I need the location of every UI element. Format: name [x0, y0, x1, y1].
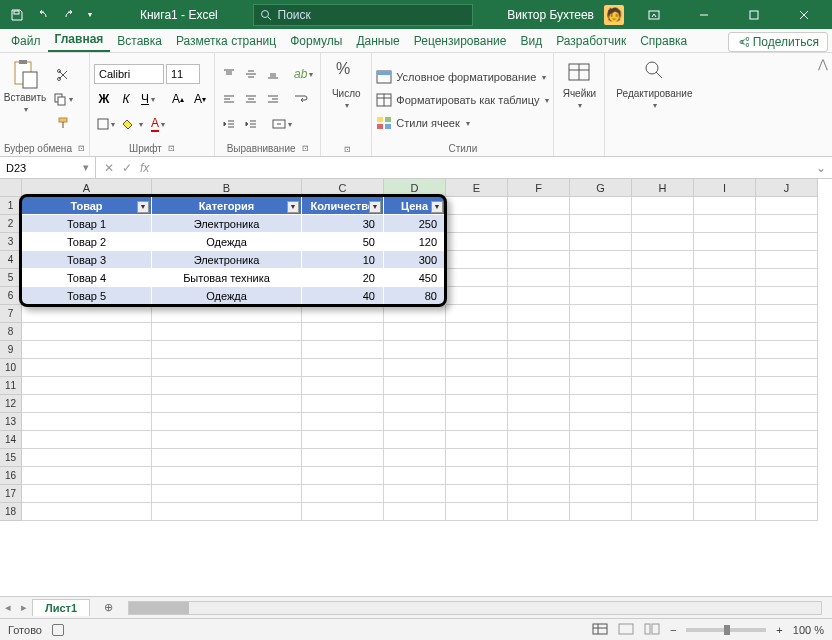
row-header[interactable]: 2 — [0, 215, 22, 233]
format-painter-button[interactable] — [50, 113, 76, 133]
cell[interactable] — [384, 449, 446, 467]
align-middle-button[interactable] — [241, 64, 261, 84]
cell[interactable] — [152, 503, 302, 521]
cell[interactable] — [302, 467, 384, 485]
cell[interactable] — [694, 197, 756, 215]
cell[interactable] — [756, 197, 818, 215]
cell[interactable] — [508, 431, 570, 449]
cell[interactable] — [384, 413, 446, 431]
row-header[interactable]: 13 — [0, 413, 22, 431]
row-header[interactable]: 14 — [0, 431, 22, 449]
maximize-icon[interactable] — [734, 1, 774, 29]
table-cell[interactable]: Товар 1 — [22, 215, 152, 233]
cell[interactable] — [694, 233, 756, 251]
cell[interactable] — [152, 413, 302, 431]
cell[interactable] — [756, 377, 818, 395]
cell[interactable] — [570, 449, 632, 467]
cell[interactable] — [570, 395, 632, 413]
cell[interactable] — [570, 305, 632, 323]
cell[interactable] — [756, 287, 818, 305]
cell[interactable] — [632, 323, 694, 341]
font-name-input[interactable] — [94, 64, 164, 84]
row-header[interactable]: 1 — [0, 197, 22, 215]
cell[interactable] — [508, 503, 570, 521]
cell[interactable] — [508, 251, 570, 269]
cell[interactable] — [570, 287, 632, 305]
cell[interactable] — [508, 341, 570, 359]
cell[interactable] — [508, 413, 570, 431]
align-bottom-button[interactable] — [263, 64, 283, 84]
clipboard-launcher-icon[interactable]: ⊡ — [78, 144, 85, 153]
cell[interactable] — [152, 341, 302, 359]
col-header[interactable]: J — [756, 179, 818, 197]
cell[interactable] — [632, 341, 694, 359]
cell[interactable] — [302, 449, 384, 467]
font-size-input[interactable] — [166, 64, 200, 84]
cell[interactable] — [508, 305, 570, 323]
table-cell[interactable]: 40 — [302, 287, 384, 305]
cell[interactable] — [446, 377, 508, 395]
table-cell[interactable]: Товар 2 — [22, 233, 152, 251]
cell[interactable] — [446, 287, 508, 305]
cell[interactable] — [302, 431, 384, 449]
cell[interactable] — [632, 269, 694, 287]
editing-button[interactable]: Редактирование ▾ — [609, 56, 699, 153]
format-as-table-button[interactable]: Форматировать как таблицу▾ — [376, 90, 549, 110]
cell[interactable] — [632, 233, 694, 251]
table-cell[interactable]: 450 — [384, 269, 446, 287]
cell[interactable] — [508, 197, 570, 215]
row-header[interactable]: 11 — [0, 377, 22, 395]
cell[interactable] — [694, 359, 756, 377]
row-header[interactable]: 3 — [0, 233, 22, 251]
table-header[interactable]: Товар▼ — [22, 197, 152, 215]
cell[interactable] — [152, 395, 302, 413]
cell[interactable] — [446, 413, 508, 431]
cell[interactable] — [632, 485, 694, 503]
cell[interactable] — [756, 413, 818, 431]
row-header[interactable]: 7 — [0, 305, 22, 323]
cell[interactable] — [302, 323, 384, 341]
cell[interactable] — [632, 305, 694, 323]
hscrollbar[interactable] — [128, 601, 822, 615]
qat-more-icon[interactable]: ▾ — [88, 10, 92, 19]
decrease-indent-button[interactable] — [219, 114, 239, 134]
row-header[interactable]: 6 — [0, 287, 22, 305]
cell[interactable] — [302, 305, 384, 323]
cell[interactable] — [570, 503, 632, 521]
table-header[interactable]: Категория▼ — [152, 197, 302, 215]
merge-button[interactable]: ▾ — [269, 114, 295, 134]
cell[interactable] — [152, 377, 302, 395]
cell[interactable] — [152, 305, 302, 323]
collapse-ribbon-icon[interactable]: ⋀ — [814, 53, 832, 156]
table-cell[interactable]: Одежда — [152, 233, 302, 251]
cell[interactable] — [756, 269, 818, 287]
cell[interactable] — [22, 503, 152, 521]
align-right-button[interactable] — [263, 89, 283, 109]
cell[interactable] — [570, 341, 632, 359]
cell[interactable] — [22, 485, 152, 503]
tab-dev[interactable]: Разработчик — [549, 30, 633, 52]
col-header[interactable]: I — [694, 179, 756, 197]
cell[interactable] — [22, 377, 152, 395]
cell[interactable] — [508, 377, 570, 395]
cell[interactable] — [570, 467, 632, 485]
tab-review[interactable]: Рецензирование — [407, 30, 514, 52]
fx-icon[interactable]: fx — [140, 161, 149, 175]
cell[interactable] — [632, 287, 694, 305]
cell[interactable] — [508, 449, 570, 467]
cell[interactable] — [508, 215, 570, 233]
cell[interactable] — [302, 377, 384, 395]
cell[interactable] — [446, 269, 508, 287]
cancel-formula-icon[interactable]: ✕ — [104, 161, 114, 175]
col-header[interactable]: H — [632, 179, 694, 197]
cell[interactable] — [508, 233, 570, 251]
cell[interactable] — [632, 395, 694, 413]
col-header[interactable]: G — [570, 179, 632, 197]
filter-icon[interactable]: ▼ — [369, 201, 381, 213]
macro-record-icon[interactable] — [52, 624, 64, 636]
col-header[interactable]: C — [302, 179, 384, 197]
cell[interactable] — [570, 215, 632, 233]
cell[interactable] — [446, 431, 508, 449]
table-header[interactable]: Количество▼ — [302, 197, 384, 215]
number-launcher-icon[interactable]: ⊡ — [344, 145, 351, 154]
